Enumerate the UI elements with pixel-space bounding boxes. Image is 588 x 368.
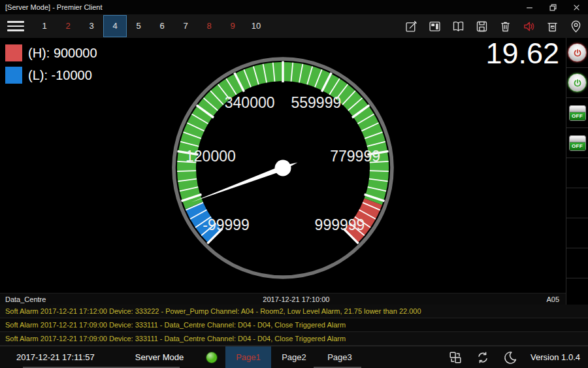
close-button[interactable] <box>564 0 588 14</box>
premier-client-window: [Server Mode] - Premier Client 123456789… <box>0 0 588 368</box>
edit-icon[interactable] <box>404 20 418 33</box>
version-label: Version 1.0.4 <box>531 352 580 362</box>
statusbar-page2[interactable]: Page2 <box>271 346 317 368</box>
power-icon <box>572 48 583 58</box>
svg-text:120000: 120000 <box>186 148 236 165</box>
svg-text:340000: 340000 <box>225 94 275 111</box>
speaker-icon[interactable] <box>522 20 536 33</box>
gauge-panel: (H): 900000 (L): -10000 19.62 -999991200… <box>0 38 588 305</box>
svg-text:-99999: -99999 <box>203 216 250 233</box>
channel-label: A05 <box>546 295 566 303</box>
menu-button[interactable] <box>7 21 24 31</box>
alarm-row[interactable]: Soft Alarm 2017-12-21 17:09:00 Device: 3… <box>0 318 588 332</box>
alarm-legend: (H): 900000 (L): -10000 <box>0 42 97 86</box>
low-alarm-label: (L): -10000 <box>28 68 92 83</box>
tab-9[interactable]: 9 <box>221 15 244 37</box>
gauge-dial: -99999120000340000559999779999999999 <box>168 53 398 283</box>
side-cell-6 <box>566 188 588 218</box>
page-tabs: 12345678910 <box>33 14 268 38</box>
window-controls <box>517 0 588 14</box>
gauge-info-row: Data_Centre 2017-12-21 17:10:00 A05 <box>0 293 566 305</box>
side-cell-8 <box>566 248 588 278</box>
toggle-switch[interactable]: OFF <box>569 105 586 121</box>
svg-text:779999: 779999 <box>330 148 380 165</box>
power-icon <box>572 78 583 88</box>
side-cell-2 <box>566 68 588 98</box>
toggle-label: OFF <box>570 112 585 120</box>
status-bar: 2017-12-21 17:11:57 Server Mode Page1Pag… <box>0 346 588 368</box>
toggle-label: OFF <box>570 142 585 150</box>
alarm-row[interactable]: Soft Alarm 2017-12-21 17:12:00 Device: 3… <box>0 305 588 318</box>
gauge: -99999120000340000559999779999999999 <box>168 53 398 283</box>
status-right-tools: Version 1.0.4 <box>448 350 588 365</box>
minimize-button[interactable] <box>517 0 541 14</box>
image-capture-icon[interactable] <box>546 20 559 33</box>
save-icon[interactable] <box>475 20 489 33</box>
reading-timestamp: 2017-12-21 17:10:00 <box>46 295 546 303</box>
statusbar-page3[interactable]: Page3 <box>317 346 363 368</box>
statusbar-page1[interactable]: Page1 <box>225 346 271 368</box>
legend-low-row: (L): -10000 <box>0 64 97 86</box>
night-mode-icon[interactable] <box>503 350 517 365</box>
high-alarm-swatch <box>5 44 22 61</box>
title-bar: [Server Mode] - Premier Client <box>0 0 588 14</box>
tab-3[interactable]: 3 <box>80 15 103 37</box>
page-switcher: Page1Page2Page3 <box>225 346 363 368</box>
tab-4[interactable]: 4 <box>103 15 127 37</box>
close-icon <box>573 4 580 11</box>
status-clock: 2017-12-21 17:11:57 <box>16 352 95 362</box>
power-button-green[interactable] <box>568 73 587 92</box>
toolbar <box>404 20 588 33</box>
swap-layout-icon[interactable] <box>448 350 463 365</box>
tab-7[interactable]: 7 <box>174 15 197 37</box>
tab-10[interactable]: 10 <box>244 15 268 37</box>
side-control-panel: OFFOFF <box>566 38 588 305</box>
layout-icon[interactable] <box>428 20 442 33</box>
tab-2[interactable]: 2 <box>56 15 80 37</box>
restore-icon <box>549 4 557 11</box>
svg-text:999999: 999999 <box>315 216 365 233</box>
power-button-red[interactable] <box>568 43 587 62</box>
tab-6[interactable]: 6 <box>150 15 174 37</box>
location-icon[interactable] <box>569 20 583 33</box>
tab-8[interactable]: 8 <box>197 15 221 37</box>
toggle-knob <box>570 136 585 142</box>
svg-text:559999: 559999 <box>291 94 341 111</box>
side-cell-7 <box>566 218 588 248</box>
side-cell-1 <box>566 38 588 68</box>
window-title: [Server Mode] - Premier Client <box>0 3 103 11</box>
trash-icon[interactable] <box>498 20 512 33</box>
side-cell-4: OFF <box>566 128 588 158</box>
legend-high-row: (H): 900000 <box>0 42 97 64</box>
low-alarm-swatch <box>5 67 22 84</box>
mode-status-indicator <box>206 352 218 363</box>
tab-bar: 12345678910 <box>0 14 588 38</box>
side-cell-5 <box>566 158 588 188</box>
sync-icon[interactable] <box>476 350 490 365</box>
alarm-list: Soft Alarm 2017-12-21 17:12:00 Device: 3… <box>0 305 588 346</box>
tab-5[interactable]: 5 <box>127 15 150 37</box>
side-cell-3: OFF <box>566 98 588 128</box>
minimize-icon <box>526 4 533 11</box>
restore-button[interactable] <box>541 0 564 14</box>
alarm-row[interactable]: Soft Alarm 2017-12-21 17:09:00 Device: 3… <box>0 332 588 346</box>
toggle-knob <box>570 106 585 112</box>
mode-label: Server Mode <box>135 352 184 362</box>
current-value: 19.62 <box>485 37 559 71</box>
tab-1[interactable]: 1 <box>33 15 56 37</box>
high-alarm-label: (H): 900000 <box>28 46 97 61</box>
device-name: Data_Centre <box>0 295 46 303</box>
book-icon[interactable] <box>451 20 465 33</box>
toggle-switch[interactable]: OFF <box>569 135 586 151</box>
